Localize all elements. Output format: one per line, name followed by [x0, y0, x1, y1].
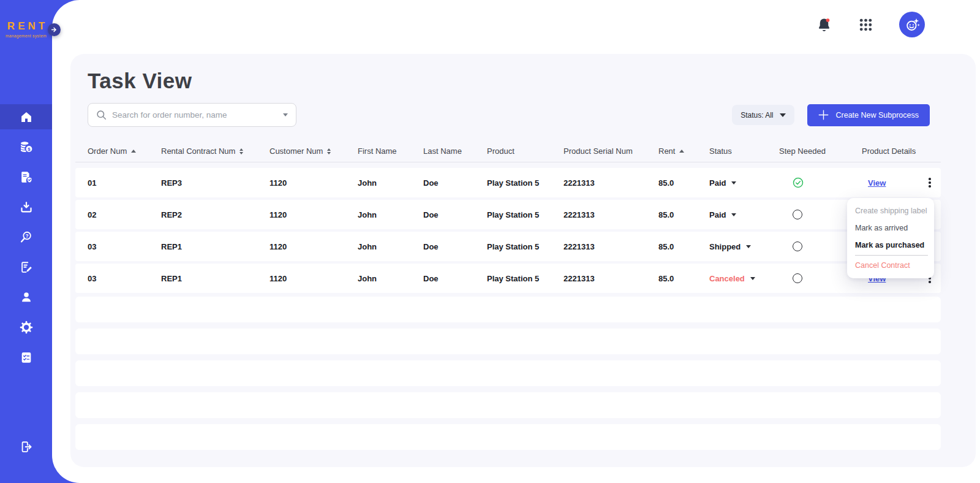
menu-item-mark-as-arrived[interactable]: Mark as arrived [847, 219, 934, 237]
cell-order-num: 01 [88, 178, 161, 188]
sidebar-item-downloads[interactable] [0, 194, 52, 219]
column-header-product: Product [487, 146, 564, 156]
user-avatar-button[interactable] [899, 12, 925, 37]
cell-rent: 85.0 [658, 274, 709, 283]
cell-rental-contract-num: REP3 [161, 178, 270, 188]
empty-table-row [75, 329, 941, 354]
sidebar-item-tasks[interactable] [0, 344, 52, 370]
arrow-right-icon [51, 26, 58, 33]
cell-order-num: 03 [88, 274, 161, 283]
chevron-down-icon [731, 181, 736, 184]
sidebar-collapse-button[interactable] [48, 23, 61, 36]
column-label: Status [709, 146, 732, 156]
sort-both-icon [239, 148, 243, 154]
cell-rental-contract-num: REP1 [161, 274, 270, 283]
create-new-subprocess-button[interactable]: Create New Subprocess [807, 104, 930, 126]
cell-rental-contract-num: REP1 [161, 242, 270, 251]
cell-first-name: John [358, 274, 423, 283]
step-needed-cell [779, 177, 862, 188]
table-body: 01REP31120JohnDoePlay Station 5222131385… [75, 168, 941, 293]
plus-icon [818, 110, 829, 120]
cell-product-serial-num: 2221313 [564, 242, 658, 251]
column-label: Rental Contract Num [161, 146, 235, 156]
cell-product: Play Station 5 [487, 242, 564, 251]
sidebar-item-customers[interactable] [0, 284, 52, 310]
home-icon [20, 110, 33, 124]
status-value: Paid [709, 210, 726, 219]
sort-ascending-icon [131, 150, 136, 153]
view-details-link[interactable]: View [868, 178, 886, 188]
search-dropdown-caret-icon[interactable] [283, 113, 288, 116]
empty-table-row [75, 360, 941, 386]
column-label: First Name [358, 146, 397, 156]
sidebar-item-logout[interactable] [0, 440, 52, 454]
search-input[interactable] [112, 110, 277, 120]
cell-order-num: 02 [88, 210, 161, 219]
step-pending-circle[interactable] [793, 210, 802, 219]
table-row: 02REP21120JohnDoePlay Station 5222131385… [75, 200, 941, 229]
unread-dot [826, 18, 830, 22]
document-edit-icon [20, 261, 33, 274]
download-tray-icon [20, 200, 33, 214]
status-dropdown[interactable]: Paid [709, 178, 779, 188]
sidebar-item-edit-notes[interactable] [0, 254, 52, 280]
chevron-down-icon [731, 213, 736, 216]
cell-order-num: 03 [88, 242, 161, 251]
search-icon [96, 110, 107, 120]
status-dropdown[interactable]: Canceled [709, 274, 779, 283]
empty-table-row [75, 392, 941, 418]
sort-both-icon [327, 148, 331, 154]
cell-last-name: Doe [423, 274, 487, 283]
search-box[interactable] [88, 103, 296, 127]
empty-table-row [75, 424, 941, 450]
column-header-first-name: First Name [358, 146, 423, 156]
sidebar-item-home[interactable] [0, 104, 52, 129]
sidebar-item-contracts[interactable] [0, 164, 52, 189]
task-table: Order NumRental Contract NumCustomer Num… [70, 140, 976, 450]
sidebar-item-finance[interactable]: $ [0, 134, 52, 159]
row-kebab-menu-button[interactable] [926, 175, 933, 190]
document-shield-icon [20, 170, 33, 184]
notifications-button[interactable] [816, 17, 832, 33]
column-label: Product [487, 146, 514, 156]
status-value: Paid [709, 178, 726, 188]
logo-subtitle: management system [0, 34, 52, 38]
cell-first-name: John [358, 242, 423, 251]
column-header-order-num[interactable]: Order Num [88, 146, 161, 156]
table-header: Order NumRental Contract NumCustomer Num… [75, 140, 941, 162]
column-label: Step Needed [779, 146, 826, 156]
step-pending-circle[interactable] [793, 242, 802, 251]
bell-icon [816, 17, 832, 33]
column-header-rental-contract-num[interactable]: Rental Contract Num [161, 146, 270, 156]
column-header-rent[interactable]: Rent [658, 146, 709, 156]
empty-rows [75, 297, 941, 450]
status-dropdown[interactable]: Shipped [709, 242, 779, 251]
status-value: Shipped [709, 242, 741, 251]
sidebar: RENT management system $? [0, 0, 52, 483]
cell-customer-num: 1120 [270, 242, 358, 251]
step-pending-circle[interactable] [793, 273, 802, 283]
column-label: Order Num [88, 146, 127, 156]
cell-last-name: Doe [423, 210, 487, 219]
toolbar: Status: All Create New Subprocess [70, 103, 976, 127]
status-dropdown[interactable]: Paid [709, 210, 779, 219]
status-filter-dropdown[interactable]: Status: All [732, 105, 794, 125]
apps-menu-button[interactable] [858, 17, 873, 32]
menu-item-cancel-contract[interactable]: Cancel Contract [847, 257, 934, 274]
cell-rent: 85.0 [658, 178, 709, 188]
sidebar-item-inspect[interactable]: ? [0, 224, 52, 249]
user-icon [20, 291, 33, 304]
main-content: Task View Status: All [52, 0, 980, 483]
grid-menu-icon [858, 17, 873, 32]
chevron-down-icon [780, 113, 786, 117]
column-header-customer-num[interactable]: Customer Num [270, 146, 358, 156]
cell-first-name: John [358, 210, 423, 219]
menu-item-create-shipping-label[interactable]: Create shipping label [847, 202, 934, 219]
menu-item-mark-as-purchased[interactable]: Mark as purchased [847, 237, 934, 254]
cell-customer-num: 1120 [270, 178, 358, 188]
column-header-last-name: Last Name [423, 146, 487, 156]
cell-rental-contract-num: REP2 [161, 210, 270, 219]
checklist-icon [20, 351, 33, 364]
cell-product-serial-num: 2221313 [564, 210, 658, 219]
sidebar-item-settings[interactable] [0, 314, 52, 340]
